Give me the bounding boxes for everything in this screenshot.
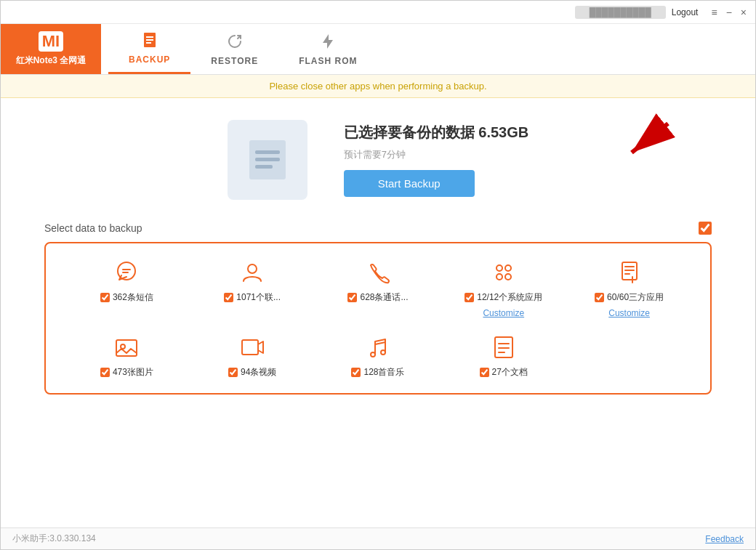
- music-label: 128首音乐: [363, 366, 404, 379]
- contacts-checkbox[interactable]: [224, 293, 233, 302]
- main-window: ██████████ Logout ≡ − × MI 红米Note3 全网通 B…: [0, 0, 756, 550]
- svg-point-23: [381, 350, 385, 355]
- data-item-docs: 27个文档: [444, 333, 563, 379]
- data-item-sms: 362条短信: [68, 258, 186, 318]
- summary-subtitle: 预计需要7分钟: [344, 148, 528, 161]
- calls-label-row: 628条通话...: [347, 291, 408, 304]
- third-apps-icon: [616, 258, 643, 287]
- calls-icon: [365, 258, 391, 287]
- photos-checkbox[interactable]: [100, 368, 110, 377]
- notice-text: Please close other apps when performing …: [269, 81, 486, 92]
- contacts-label-row: 1071个联...: [224, 291, 281, 304]
- calls-label: 628条通话...: [360, 291, 408, 304]
- svg-point-22: [371, 352, 375, 357]
- tab-flash-rom[interactable]: FLASH ROM: [278, 24, 377, 74]
- data-item-photos: 473张图片: [68, 333, 186, 379]
- svg-rect-7: [255, 158, 280, 161]
- svg-point-13: [248, 264, 257, 273]
- status-bar: 小米助手:3.0.330.134 Feedback: [1, 527, 755, 549]
- music-label-row: 128首音乐: [351, 366, 404, 379]
- third-apps-label: 60/60三方应用: [607, 291, 664, 304]
- select-data-header: Select data to backup: [44, 222, 712, 235]
- third-apps-checkbox[interactable]: [595, 293, 604, 302]
- photos-label: 473张图片: [113, 366, 153, 379]
- svg-rect-8: [255, 165, 273, 169]
- svg-marker-4: [323, 34, 333, 49]
- data-item-calls: 628条通话...: [319, 258, 438, 318]
- data-item-third-apps: 60/60三方应用 Customize: [570, 258, 688, 318]
- music-icon: [365, 333, 391, 362]
- system-apps-customize[interactable]: Customize: [483, 308, 524, 318]
- system-apps-checkbox[interactable]: [465, 293, 474, 302]
- tab-backup-label: BACKUP: [129, 54, 170, 65]
- summary-info: 已选择要备份的数据 6.53GB 预计需要7分钟 Start Backup: [344, 123, 528, 197]
- header: MI 红米Note3 全网通 BACKUP RESTORE FLASH RO: [1, 24, 755, 75]
- sms-label-row: 362条短信: [100, 291, 153, 304]
- close-button[interactable]: ×: [739, 7, 748, 17]
- sms-icon: [113, 258, 140, 287]
- tab-restore[interactable]: RESTORE: [190, 24, 278, 74]
- videos-label-row: 94条视频: [228, 366, 276, 379]
- svg-point-17: [505, 274, 511, 280]
- photos-icon: [113, 333, 140, 362]
- svg-rect-1: [146, 36, 153, 38]
- docs-checkbox[interactable]: [480, 368, 489, 377]
- menu-button[interactable]: ≡: [709, 7, 718, 17]
- sms-checkbox[interactable]: [100, 293, 110, 302]
- title-bar: ██████████ Logout ≡ − ×: [1, 1, 755, 24]
- svg-rect-3: [146, 42, 151, 44]
- data-item-music: 128首音乐: [319, 333, 438, 379]
- svg-point-14: [496, 265, 502, 271]
- nav-tabs: BACKUP RESTORE FLASH ROM: [108, 24, 377, 74]
- calls-checkbox[interactable]: [347, 293, 357, 302]
- summary-icon: [228, 120, 307, 200]
- system-apps-label-row: 12/12个系统应用: [465, 291, 542, 304]
- docs-label-row: 27个文档: [480, 366, 528, 379]
- notice-bar: Please close other apps when performing …: [1, 75, 755, 98]
- tab-backup[interactable]: BACKUP: [108, 24, 190, 74]
- svg-rect-6: [255, 150, 280, 154]
- data-grid: 362条短信 1071个联...: [68, 258, 688, 379]
- data-item-system-apps: 12/12个系统应用 Customize: [444, 258, 563, 318]
- svg-rect-21: [242, 340, 258, 355]
- logout-button[interactable]: Logout: [672, 7, 699, 17]
- summary-title: 已选择要备份的数据 6.53GB: [344, 123, 528, 142]
- data-grid-container: 362条短信 1071个联...: [44, 242, 712, 395]
- photos-label-row: 473张图片: [100, 366, 153, 379]
- start-backup-button[interactable]: Start Backup: [344, 170, 475, 197]
- contacts-label: 1071个联...: [236, 291, 281, 304]
- arrow-annotation: [610, 113, 675, 174]
- svg-point-15: [505, 265, 511, 271]
- window-controls: ≡ − ×: [709, 7, 748, 17]
- sms-label: 362条短信: [113, 291, 153, 304]
- select-data-label: Select data to backup: [44, 222, 142, 234]
- mi-logo: MI: [39, 31, 63, 52]
- system-apps-icon: [491, 258, 517, 287]
- system-apps-label: 12/12个系统应用: [477, 291, 542, 304]
- docs-label: 27个文档: [492, 366, 528, 379]
- docs-icon: [491, 333, 517, 362]
- minimize-button[interactable]: −: [725, 7, 733, 17]
- videos-checkbox[interactable]: [228, 368, 238, 377]
- tab-flash-rom-label: FLASH ROM: [299, 56, 357, 66]
- data-item-contacts: 1071个联...: [193, 258, 312, 318]
- brand-area: MI 红米Note3 全网通: [1, 24, 101, 74]
- videos-label: 94条视频: [241, 366, 276, 379]
- summary-section: 已选择要备份的数据 6.53GB 预计需要7分钟 Start Backup: [44, 120, 712, 200]
- feedback-link[interactable]: Feedback: [705, 534, 744, 544]
- data-item-videos: 94条视频: [193, 333, 312, 379]
- svg-rect-2: [146, 39, 153, 41]
- videos-icon: [239, 333, 265, 362]
- music-checkbox[interactable]: [351, 368, 361, 377]
- contacts-icon: [239, 258, 265, 287]
- main-content: 已选择要备份的数据 6.53GB 预计需要7分钟 Start Backup Se…: [1, 98, 755, 527]
- restore-icon: [226, 33, 244, 53]
- backup-icon: [141, 31, 158, 52]
- version-label: 小米助手:3.0.330.134: [12, 533, 96, 545]
- select-all-checkbox[interactable]: [699, 222, 712, 235]
- tab-restore-label: RESTORE: [211, 56, 258, 66]
- third-apps-customize[interactable]: Customize: [608, 308, 650, 318]
- svg-point-16: [496, 274, 502, 280]
- username-display: ██████████: [575, 6, 666, 19]
- third-apps-label-row: 60/60三方应用: [595, 291, 664, 304]
